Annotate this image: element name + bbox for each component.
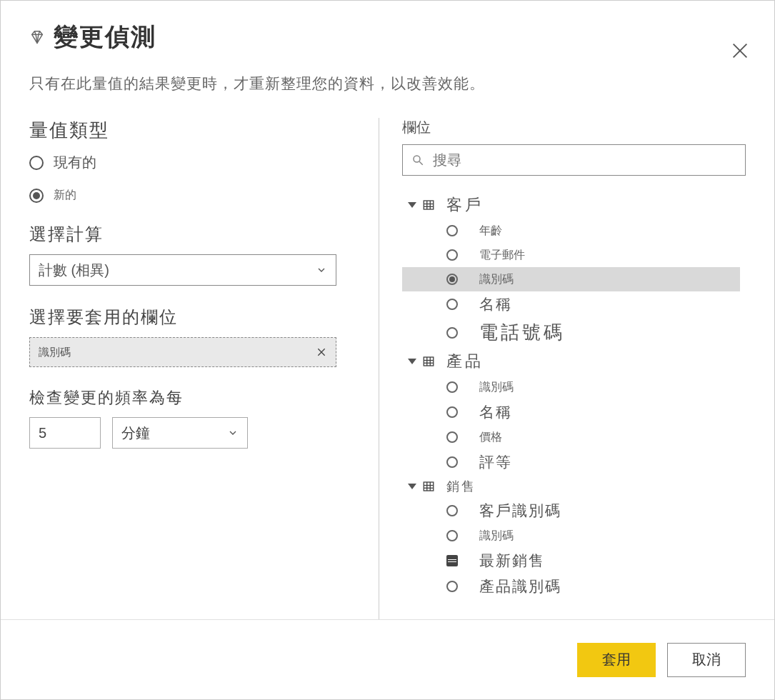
- svg-rect-16: [424, 482, 434, 491]
- calculation-title: 選擇計算: [29, 223, 356, 246]
- search-icon: [411, 154, 424, 166]
- radio-new[interactable]: 新的: [29, 188, 356, 203]
- radio-icon: [29, 189, 44, 203]
- fields-label: 欄位: [402, 118, 746, 137]
- search-input[interactable]: [433, 152, 736, 169]
- field-label: 客戶識別碼: [479, 501, 561, 521]
- dialog-subtitle: 只有在此量值的結果變更時，才重新整理您的資料，以改善效能。: [29, 74, 746, 94]
- field-radio-icon: [446, 225, 458, 236]
- diamond-icon: [29, 29, 45, 45]
- field-radio-icon: [446, 299, 458, 310]
- tree-field-item[interactable]: 客戶識別碼: [402, 498, 740, 524]
- table-icon: [422, 480, 435, 493]
- tree-table-label: 銷售: [446, 478, 476, 495]
- dialog-title: 變更偵測: [54, 21, 156, 54]
- field-label: 名稱: [479, 402, 512, 422]
- calculation-value: 計數 (相異): [39, 261, 109, 280]
- cancel-button[interactable]: 取消: [667, 643, 746, 677]
- applied-field-chip[interactable]: 識別碼: [29, 337, 336, 367]
- field-radio-icon: [446, 431, 458, 443]
- remove-chip-icon[interactable]: [316, 346, 327, 358]
- tree-field-item[interactable]: 名稱: [402, 291, 740, 317]
- field-label: 年齡: [479, 224, 502, 239]
- right-column: 欄位 客戶年齡電子郵件識別碼名稱電話號碼產品識別碼名稱價格評等銷售客戶識別碼識別…: [379, 118, 746, 619]
- field-label: 識別碼: [479, 380, 514, 395]
- field-radio-icon: [446, 249, 458, 261]
- dialog-footer: 套用 取消: [1, 619, 774, 699]
- radio-label: 新的: [54, 188, 76, 203]
- dialog-content: 量值類型 現有的 新的 選擇計算 計數 (相異) 選擇要套用的欄位 識別碼: [1, 101, 774, 619]
- field-label: 電話號碼: [479, 320, 565, 345]
- frequency-unit-select[interactable]: 分鐘: [112, 417, 248, 449]
- calculator-icon: [446, 555, 458, 566]
- tree-field-item[interactable]: 年齡: [402, 219, 740, 243]
- change-detection-dialog: 變更偵測 只有在此量值的結果變更時，才重新整理您的資料，以改善效能。 量值類型 …: [0, 0, 775, 700]
- chip-text: 識別碼: [39, 346, 71, 359]
- tree-field-item[interactable]: 最新銷售: [402, 548, 740, 574]
- title-row: 變更偵測: [29, 21, 746, 54]
- tree-field-item[interactable]: 識別碼: [402, 375, 740, 399]
- radio-label: 現有的: [54, 153, 96, 172]
- expand-icon: [408, 359, 416, 364]
- field-radio-icon: [446, 327, 458, 339]
- tree-table-label: 客戶: [446, 194, 484, 216]
- field-label: 識別碼: [479, 272, 514, 287]
- svg-rect-11: [424, 357, 434, 366]
- dialog-header: 變更偵測 只有在此量值的結果變更時，才重新整理您的資料，以改善效能。: [1, 1, 774, 101]
- tree-table-header[interactable]: 銷售: [402, 475, 740, 498]
- field-radio-icon: [446, 274, 458, 285]
- chevron-down-icon: [227, 427, 239, 439]
- apply-field-title: 選擇要套用的欄位: [29, 306, 356, 329]
- tree-field-item[interactable]: 價格: [402, 425, 740, 449]
- tree-field-item[interactable]: 名稱: [402, 399, 740, 425]
- svg-line-5: [419, 161, 423, 165]
- field-label: 最新銷售: [479, 551, 545, 571]
- field-radio-icon: [446, 530, 458, 541]
- field-label: 電子郵件: [479, 248, 525, 263]
- frequency-row: 分鐘: [29, 417, 356, 449]
- search-box[interactable]: [402, 144, 746, 176]
- radio-existing[interactable]: 現有的: [29, 153, 356, 172]
- tree-field-item[interactable]: 評等: [402, 449, 740, 475]
- tree-table-header[interactable]: 客戶: [402, 191, 740, 219]
- field-label: 識別碼: [479, 529, 514, 544]
- apply-button-label: 套用: [602, 650, 631, 669]
- svg-point-4: [414, 156, 420, 162]
- field-radio-icon: [446, 505, 458, 516]
- tree-field-item[interactable]: 識別碼: [402, 267, 740, 291]
- table-icon: [422, 199, 435, 211]
- tree-field-item[interactable]: 識別碼: [402, 524, 740, 548]
- field-radio-icon: [446, 456, 458, 468]
- left-column: 量值類型 現有的 新的 選擇計算 計數 (相異) 選擇要套用的欄位 識別碼: [29, 118, 379, 619]
- tree-field-item[interactable]: 電話號碼: [402, 317, 740, 348]
- measure-type-title: 量值類型: [29, 118, 356, 143]
- frequency-unit-value: 分鐘: [121, 424, 150, 443]
- table-icon: [422, 355, 435, 368]
- tree-table-label: 產品: [446, 351, 484, 372]
- field-label: 產品識別碼: [479, 576, 561, 596]
- fields-tree[interactable]: 客戶年齡電子郵件識別碼名稱電話號碼產品識別碼名稱價格評等銷售客戶識別碼識別碼最新…: [402, 191, 746, 619]
- radio-icon: [29, 156, 44, 170]
- field-radio-icon: [446, 406, 458, 418]
- svg-rect-6: [424, 201, 434, 209]
- field-label: 價格: [479, 430, 502, 445]
- tree-table-header[interactable]: 產品: [402, 348, 740, 375]
- apply-button[interactable]: 套用: [577, 643, 656, 677]
- expand-icon: [408, 484, 416, 489]
- cancel-button-label: 取消: [692, 650, 721, 669]
- expand-icon: [408, 202, 416, 208]
- field-label: 評等: [479, 452, 512, 472]
- field-radio-icon: [446, 381, 458, 393]
- frequency-input[interactable]: [29, 417, 101, 449]
- close-icon[interactable]: [730, 41, 750, 61]
- chevron-down-icon: [316, 264, 327, 276]
- calculation-select[interactable]: 計數 (相異): [29, 254, 336, 286]
- tree-field-item[interactable]: 電子郵件: [402, 243, 740, 267]
- tree-field-item[interactable]: 產品識別碼: [402, 574, 740, 599]
- frequency-title: 檢查變更的頻率為每: [29, 387, 356, 409]
- field-radio-icon: [446, 581, 458, 592]
- field-label: 名稱: [479, 294, 512, 314]
